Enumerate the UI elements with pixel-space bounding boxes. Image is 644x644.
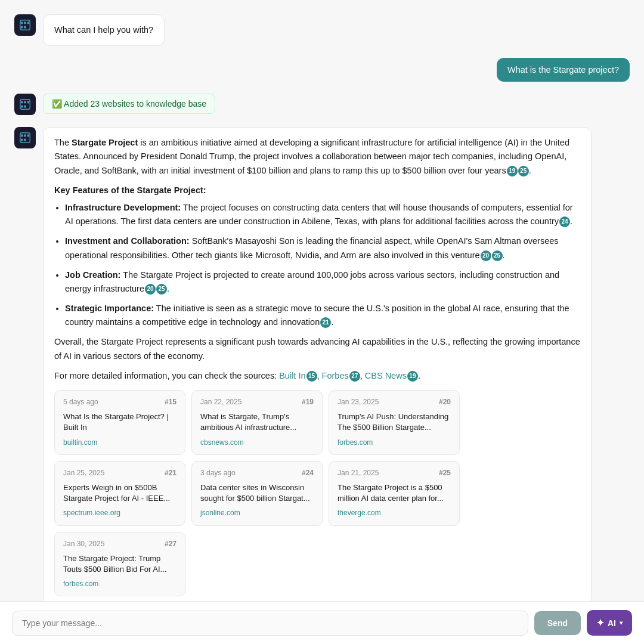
bullet-strategic: Strategic Importance: The initiative is …: [65, 302, 580, 329]
card-header-3: Jan 25, 2025 #21: [63, 467, 177, 479]
bullet-bold-1: Infrastructure Development:: [65, 203, 181, 212]
chevron-down-icon: ▾: [620, 620, 623, 626]
card-domain-1: cbsnews.com: [200, 437, 314, 448]
card-date-2: Jan 23, 2025: [338, 397, 379, 408]
citation-25a[interactable]: 25: [492, 250, 503, 261]
card-title-1: What is Stargate, Trump's ambitious AI i…: [200, 411, 314, 433]
card-date-5: Jan 21, 2025: [338, 467, 379, 479]
send-button[interactable]: Send: [534, 611, 581, 635]
card-domain-2: forbes.com: [338, 437, 451, 448]
card-num-2: #20: [439, 397, 451, 408]
card-date-4: 3 days ago: [200, 467, 236, 479]
card-date-6: Jan 30, 2025: [63, 538, 104, 550]
card-num-3: #21: [165, 467, 177, 479]
card-domain-0: builtin.com: [63, 437, 177, 448]
section-title: Key Features of the Stargate Project:: [54, 184, 580, 197]
svg-rect-2: [20, 133, 30, 143]
ai-response-row: The Stargate Project is an ambitious ini…: [14, 127, 630, 601]
bullet-bold-4: Strategic Importance:: [65, 304, 154, 313]
ai-greeting-bubble: What can I help you with?: [43, 14, 165, 46]
source-link-builtin[interactable]: Built In: [279, 371, 305, 380]
user-question-text: What is the Stargate project?: [507, 65, 619, 75]
send-label: Send: [547, 618, 568, 628]
card-header-6: Jan 30, 2025 #27: [63, 538, 177, 550]
source-link-forbes[interactable]: Forbes: [322, 371, 349, 380]
citation-24[interactable]: 24: [559, 216, 570, 227]
ai-label: AI: [608, 618, 616, 628]
avatar-3: [14, 127, 36, 148]
citation-21[interactable]: 21: [320, 317, 331, 328]
card-title-5: The Stargate Project is a $500 million A…: [338, 482, 451, 504]
user-question-bubble: What is the Stargate project?: [497, 58, 630, 82]
citation-25b[interactable]: 25: [156, 284, 167, 295]
bullet-list: Infrastructure Development: The project …: [54, 201, 580, 330]
citation-19b[interactable]: 19: [407, 371, 418, 382]
user-question-row: What is the Stargate project?: [14, 58, 630, 82]
source-card-4[interactable]: 3 days ago #24 Data center sites in Wisc…: [191, 461, 323, 526]
card-title-4: Data center sites in Wisconsin sought fo…: [200, 482, 314, 504]
bold-term: Stargate Project: [72, 138, 138, 147]
ai-greeting-row: What can I help you with?: [14, 14, 630, 46]
svg-rect-1: [20, 100, 30, 110]
card-num-1: #19: [302, 397, 314, 408]
source-card-0[interactable]: 5 days ago #15 What Is the Stargate Proj…: [54, 390, 185, 455]
citation-20a[interactable]: 20: [481, 250, 491, 261]
card-header-5: Jan 21, 2025 #25: [338, 467, 451, 479]
card-num-6: #27: [165, 538, 177, 550]
source-card-6[interactable]: Jan 30, 2025 #27 The Stargate Project: T…: [54, 532, 185, 597]
card-header-2: Jan 23, 2025 #20: [338, 397, 451, 408]
svg-rect-0: [20, 20, 30, 30]
knowledge-badge-row: ✅ Added 23 websites to knowledge base: [14, 94, 630, 115]
bullet-bold-2: Investment and Collaboration:: [65, 236, 190, 246]
source-card-1[interactable]: Jan 22, 2025 #19 What is Stargate, Trump…: [191, 390, 323, 455]
avatar-2: [14, 94, 36, 115]
card-title-3: Experts Weigh in on $500B Stargate Proje…: [63, 482, 177, 504]
bullet-jobs: Job Creation: The Stargate Project is pr…: [65, 268, 580, 296]
input-bar: Send ✦ AI ▾: [0, 601, 644, 644]
citation-20b[interactable]: 20: [145, 284, 156, 295]
source-cards: 5 days ago #15 What Is the Stargate Proj…: [54, 390, 580, 596]
card-domain-6: forbes.com: [63, 578, 177, 590]
source-card-3[interactable]: Jan 25, 2025 #21 Experts Weigh in on $50…: [54, 461, 185, 526]
citation-25[interactable]: 25: [518, 166, 529, 177]
card-date-0: 5 days ago: [63, 397, 98, 408]
card-date-3: Jan 25, 2025: [63, 467, 104, 479]
card-title-2: Trump's AI Push: Understanding The $500 …: [338, 411, 451, 433]
bullet-bold-3: Job Creation:: [65, 270, 120, 280]
ai-mode-button[interactable]: ✦ AI ▾: [587, 610, 632, 636]
intro-paragraph: The Stargate Project is an ambitious ini…: [54, 136, 580, 178]
card-domain-5: theverge.com: [338, 507, 451, 519]
source-card-2[interactable]: Jan 23, 2025 #20 Trump's AI Push: Unders…: [329, 390, 460, 455]
message-input[interactable]: [12, 611, 528, 636]
card-title-6: The Stargate Project: Trump Touts $500 B…: [63, 553, 177, 575]
card-domain-4: jsonline.com: [200, 507, 314, 519]
card-header-1: Jan 22, 2025 #19: [200, 397, 314, 408]
card-num-0: #15: [165, 397, 177, 408]
card-num-5: #25: [439, 467, 451, 479]
card-title-0: What Is the Stargate Project? | Built In: [63, 411, 177, 433]
sources-line: For more detailed information, you can c…: [54, 369, 580, 383]
card-header-0: 5 days ago #15: [63, 397, 177, 408]
source-card-5[interactable]: Jan 21, 2025 #25 The Stargate Project is…: [329, 461, 460, 526]
card-date-1: Jan 22, 2025: [200, 397, 242, 408]
knowledge-badge: ✅ Added 23 websites to knowledge base: [43, 94, 215, 114]
bullet-investment: Investment and Collaboration: SoftBank's…: [65, 234, 580, 262]
sparkle-icon: ✦: [596, 617, 604, 628]
conclusion-paragraph: Overall, the Stargate Project represents…: [54, 335, 580, 363]
source-link-cbsnews[interactable]: CBS News: [365, 371, 407, 380]
ai-response-bubble: The Stargate Project is an ambitious ini…: [43, 127, 592, 601]
avatar: [14, 14, 36, 36]
citation-27[interactable]: 27: [349, 371, 360, 382]
card-domain-3: spectrum.ieee.org: [63, 507, 177, 519]
card-num-4: #24: [302, 467, 314, 479]
bullet-infrastructure: Infrastructure Development: The project …: [65, 201, 580, 228]
knowledge-badge-text: ✅ Added 23 websites to knowledge base: [52, 99, 206, 109]
greeting-text: What can I help you with?: [54, 25, 153, 35]
card-header-4: 3 days ago #24: [200, 467, 314, 479]
chat-area: What can I help you with? What is the St…: [0, 0, 644, 601]
citation-15[interactable]: 15: [306, 371, 317, 382]
citation-19[interactable]: 19: [507, 166, 518, 177]
